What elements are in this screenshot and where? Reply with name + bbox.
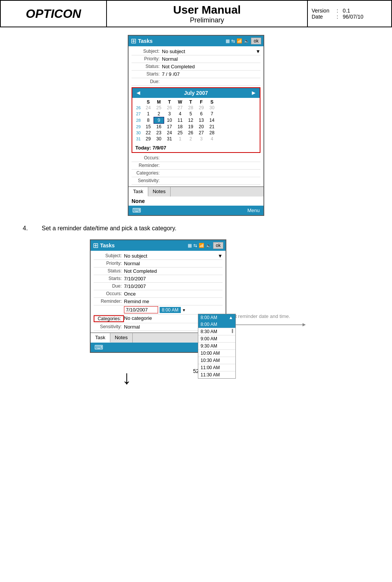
occurs-label: Occurs:: [132, 155, 162, 161]
due-label: Due:: [132, 79, 162, 85]
subject-value-2: No subject ▼: [124, 253, 223, 259]
categories-row: Categories:: [132, 170, 260, 177]
none-value: None: [129, 197, 263, 206]
windows-icon: ⊞: [131, 37, 136, 45]
reminder-date-value: 7/10/2007 8:00 AM ▼: [124, 306, 223, 313]
antenna-icon-2: 📶: [199, 243, 204, 248]
occurs-row-2: Occurs: Once: [94, 290, 223, 298]
down-arrow: ↓: [122, 368, 132, 387]
calendar-popup[interactable]: ◄ July 2007 ► S M T W T F S: [132, 87, 260, 153]
due-label-2: Due:: [94, 283, 124, 289]
calendar-grid: S M T W T F S 26 24 25 26 27: [132, 98, 260, 143]
subject-row-2: Subject: No subject ▼: [94, 252, 223, 260]
day-headers-row: S M T W T F S: [134, 99, 258, 105]
time-dropdown[interactable]: 8:00 AM▲ 8:00 AM 8:30 AM ▐ 9:00 AM 9:30 …: [198, 314, 236, 379]
date-label: Date: [312, 14, 334, 20]
categories-label-2: Categories:: [94, 315, 124, 322]
subject-label-2: Subject:: [94, 253, 124, 259]
subject-value: No subject ▼: [162, 49, 260, 54]
prev-month-button[interactable]: ◄: [135, 90, 141, 96]
week-31-row: 31 29 30 31 1 2 3 4: [134, 136, 258, 142]
reminder-date-field[interactable]: 7/10/2007: [124, 306, 158, 313]
page-header: OPTICON User Manual Preliminary Version …: [0, 0, 392, 27]
priority-value: Normal: [162, 56, 260, 62]
taskbar-2: ⊞ Tasks ▦ ⇆ 📶 🔈 ok: [91, 240, 226, 251]
reminder-value-2: Remind me: [124, 299, 223, 304]
keyboard-icon-1[interactable]: ⌨: [132, 207, 141, 214]
starts-label-2: Starts:: [94, 276, 124, 282]
windows-icon-2: ⊞: [93, 241, 99, 250]
status-value-2: Not Completed: [124, 268, 223, 274]
wifi-icon: ⇆: [231, 38, 235, 44]
time-option-1030[interactable]: 10:30 AM: [198, 357, 235, 364]
priority-label: Priority:: [132, 56, 162, 62]
subject-row: Subject: No subject ▼: [132, 48, 260, 55]
callout-text: Set reminder date and time.: [229, 313, 290, 319]
document-meta: Version : 0.1 Date : 96/07/10: [308, 1, 391, 27]
priority-value-2: Normal: [124, 261, 223, 266]
keyboard-icon-2[interactable]: ⌨: [94, 344, 103, 351]
reminder-value: [162, 163, 260, 168]
screenshot-2-wrapper: ⊞ Tasks ▦ ⇆ 📶 🔈 ok Subject: No subject ▼: [90, 239, 302, 353]
week-27-row: 27 1 2 3 4 5 6 7: [134, 111, 258, 117]
categories-value: [162, 170, 260, 176]
categories-label: Categories:: [132, 170, 162, 176]
today-label: Today: 7/9/07: [132, 143, 260, 152]
starts-row-2: Starts: 7/10/2007: [94, 275, 223, 283]
subject-label: Subject:: [132, 49, 162, 54]
page-number: 52: [0, 360, 392, 378]
version-label: Version: [312, 8, 334, 14]
volume-icon-2: 🔈: [206, 243, 212, 248]
status-value: Not Completed: [162, 64, 260, 69]
status-label: Status:: [132, 64, 162, 69]
time-option-900[interactable]: 9:00 AM: [198, 335, 235, 342]
next-month-button[interactable]: ►: [251, 90, 257, 96]
reminder-row-2: Reminder: Remind me: [94, 298, 223, 305]
time-field[interactable]: 8:00 AM: [160, 307, 181, 313]
calendar-header: ◄ July 2007 ►: [132, 88, 260, 98]
document-title: User Manual Preliminary: [107, 1, 308, 27]
week-28-row: 28 8 9 10 11 12 13 14: [134, 117, 258, 124]
task-form-1: Subject: No subject ▼ Priority: Normal S…: [129, 46, 263, 186]
tab-notes-2[interactable]: Notes: [110, 333, 133, 343]
time-option-1130[interactable]: 11:30 AM: [198, 371, 235, 378]
main-content: ⊞ Tasks ▦ ⇆ 📶 🔈 ok Subject: No subject ▼…: [0, 27, 392, 360]
ok-button-2[interactable]: ok: [213, 242, 223, 249]
priority-row: Priority: Normal: [132, 55, 260, 63]
callout-arrow: [224, 319, 312, 330]
company-logo: OPTICON: [1, 1, 107, 27]
time-dropdown-arrow[interactable]: ▼: [182, 308, 186, 312]
tab-notes-1[interactable]: Notes: [148, 187, 171, 197]
time-option-selected-1[interactable]: 8:00 AM▲: [198, 314, 235, 321]
time-option-830[interactable]: 8:30 AM ▐: [198, 328, 235, 335]
menu-label-1[interactable]: Menu: [247, 208, 260, 213]
taskbar-title-2: Tasks: [100, 242, 115, 249]
reminder-row: Reminder:: [132, 162, 260, 170]
priority-row-2: Priority: Normal: [94, 260, 223, 267]
week-26-row: 26 24 25 26 27 28 29 30: [134, 105, 258, 111]
ok-button-1[interactable]: ok: [251, 38, 261, 44]
bottom-area-1: Task Notes None: [129, 186, 263, 206]
version-row: Version : 0.1: [312, 8, 387, 14]
status-label-2: Status:: [94, 268, 124, 274]
title-main: User Manual: [173, 3, 241, 16]
signal-icon-2: ▦: [188, 243, 192, 248]
starts-label: Starts:: [132, 71, 162, 77]
due-row: Due:: [132, 78, 260, 86]
tab-task-2[interactable]: Task: [91, 333, 110, 343]
status-row-2: Status: Not Completed: [94, 267, 223, 275]
time-option-930[interactable]: 9:30 AM: [198, 342, 235, 349]
step-number: 4.: [23, 225, 34, 232]
time-option-1000[interactable]: 10:00 AM: [198, 349, 235, 357]
volume-icon: 🔈: [244, 38, 249, 44]
date-value: 96/07/10: [343, 14, 364, 20]
sensitivity-value: [162, 178, 260, 184]
status-row: Status: Not Completed: [132, 63, 260, 71]
time-option-selected-2[interactable]: 8:00 AM: [198, 321, 235, 328]
tab-task-1[interactable]: Task: [129, 187, 148, 197]
screenshot-1: ⊞ Tasks ▦ ⇆ 📶 🔈 ok Subject: No subject ▼…: [128, 35, 264, 216]
date-row: Date : 96/07/10: [312, 14, 387, 20]
occurs-row: Occurs:: [132, 154, 260, 162]
time-option-1100[interactable]: 11:00 AM: [198, 364, 235, 371]
taskbar-title-1: Tasks: [138, 38, 153, 44]
